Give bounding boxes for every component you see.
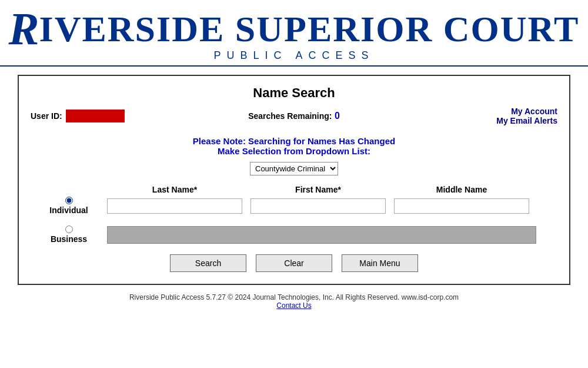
middle-name-input[interactable] bbox=[394, 198, 529, 214]
dropdown-row[interactable]: Countywide Criminal Countywide Civil Tra… bbox=[31, 162, 557, 175]
form-section: Last Name* First Name* Middle Name Indiv… bbox=[31, 185, 557, 244]
clear-button[interactable]: Clear bbox=[256, 254, 332, 272]
main-container: Name Search User ID: Searches Remaining:… bbox=[18, 75, 570, 285]
user-id-section: User ID: bbox=[31, 110, 125, 122]
individual-radio-label[interactable]: Individual bbox=[31, 197, 107, 215]
col-header-first: First Name* bbox=[250, 185, 386, 194]
footer-copyright: Riverside Public Access 5.7.27 © 2024 Jo… bbox=[0, 293, 588, 301]
notice-line1: Please Note: Searching for Names Has Cha… bbox=[31, 136, 557, 146]
business-name-input bbox=[107, 226, 536, 244]
col-header-middle: Middle Name bbox=[394, 185, 529, 194]
contact-us-link[interactable]: Contact Us bbox=[276, 301, 311, 310]
user-id-label: User ID: bbox=[31, 111, 62, 121]
searches-label: Searches Remaining: bbox=[248, 111, 332, 121]
header-subtitle: PUBLIC ACCESS bbox=[0, 49, 588, 62]
footer: Riverside Public Access 5.7.27 © 2024 Jo… bbox=[0, 293, 588, 316]
business-radio[interactable] bbox=[65, 226, 73, 233]
col-header-last: Last Name* bbox=[107, 185, 242, 194]
business-label: Business bbox=[51, 234, 87, 244]
last-name-input[interactable] bbox=[107, 198, 242, 214]
search-type-dropdown[interactable]: Countywide Criminal Countywide Civil Tra… bbox=[250, 162, 338, 175]
column-headers: Last Name* First Name* Middle Name bbox=[107, 185, 557, 194]
business-radio-label[interactable]: Business bbox=[31, 226, 107, 244]
first-name-input[interactable] bbox=[250, 198, 386, 214]
footer-contact[interactable]: Contact Us bbox=[0, 301, 588, 310]
top-info-row: User ID: Searches Remaining: 0 My Accoun… bbox=[31, 107, 557, 125]
individual-row: Individual bbox=[31, 197, 557, 215]
page-header: R IVERSIDE SUPERIOR COURT PUBLIC ACCESS bbox=[0, 0, 588, 67]
search-button[interactable]: Search bbox=[170, 254, 246, 272]
header-title-text: IVERSIDE SUPERIOR COURT bbox=[39, 11, 580, 47]
page-title: Name Search bbox=[31, 85, 557, 101]
searches-count: 0 bbox=[335, 111, 340, 121]
my-account-link[interactable]: My Account bbox=[511, 107, 557, 116]
individual-label: Individual bbox=[49, 205, 88, 215]
business-row: Business bbox=[31, 226, 557, 244]
searches-remaining-section: Searches Remaining: 0 bbox=[248, 111, 340, 121]
header-title-row: R IVERSIDE SUPERIOR COURT bbox=[0, 6, 588, 52]
individual-inputs[interactable] bbox=[107, 198, 529, 214]
notice-line2: Make Selection from Dropdown List: bbox=[31, 146, 557, 156]
account-links[interactable]: My Account My Email Alerts bbox=[496, 107, 557, 125]
notice-section: Please Note: Searching for Names Has Cha… bbox=[31, 136, 557, 156]
main-menu-button[interactable]: Main Menu bbox=[342, 254, 418, 272]
user-id-value bbox=[66, 110, 125, 122]
individual-radio[interactable] bbox=[65, 197, 73, 204]
my-email-alerts-link[interactable]: My Email Alerts bbox=[496, 116, 557, 125]
button-row: Search Clear Main Menu bbox=[31, 254, 557, 272]
logo-r: R bbox=[9, 6, 39, 52]
